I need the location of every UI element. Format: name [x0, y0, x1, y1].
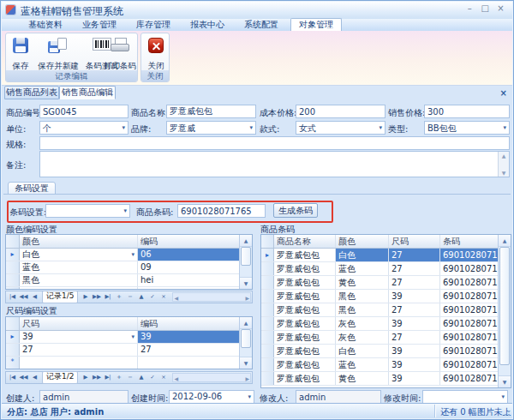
grid-cell[interactable]: hei: [138, 274, 240, 286]
window-close-icon[interactable]: ×: [494, 3, 507, 13]
grid-cell[interactable]: 黄色: [336, 276, 389, 289]
nav-cancel-button[interactable]: ×: [158, 291, 169, 303]
grid-cell[interactable]: 39: [138, 331, 240, 343]
row-selector[interactable]: [6, 344, 20, 356]
grid-cell[interactable]: 黄色: [20, 287, 138, 290]
grid-cell[interactable]: [20, 357, 138, 369]
nav-next_page-button[interactable]: ▶▶: [91, 291, 102, 303]
scroll-right-button[interactable]: ▶: [245, 375, 249, 381]
grid-row[interactable]: 罗意威包包黄色39690102807176...: [261, 372, 499, 386]
dropdown-icon[interactable]: ▾: [131, 334, 134, 340]
unit-combobox[interactable]: 个 ▾: [39, 121, 128, 135]
ribbon-tab-object-manage[interactable]: 对象管理: [290, 18, 342, 31]
product-barcode-grid[interactable]: 商品名称颜色尺码条码▸罗意威包包白色27690102807176...罗意威包包…: [260, 234, 511, 388]
grid-header-cell[interactable]: 商品名称: [274, 235, 336, 248]
grid-cell[interactable]: 灰色: [336, 317, 389, 330]
grid-cell[interactable]: 690102807176...: [440, 276, 499, 289]
grid-header-cell[interactable]: 编码: [138, 317, 240, 330]
row-selector[interactable]: ▸: [6, 331, 20, 343]
nav-remove-button[interactable]: −: [124, 291, 135, 303]
note-scrollbar[interactable]: ▲ ▼: [498, 152, 509, 177]
grid-cell[interactable]: 06: [138, 249, 240, 261]
nav-first-button[interactable]: |◀: [7, 291, 18, 303]
ribbon-tab-business[interactable]: 业务管理: [75, 19, 124, 31]
scrollbar-thumb[interactable]: [241, 329, 251, 348]
size-code-grid[interactable]: 尺码编码▸39▾392727*▲▼: [5, 316, 253, 369]
vertical-scrollbar[interactable]: ▲▼: [498, 235, 511, 387]
grid-cell[interactable]: 蓝色: [336, 262, 389, 275]
chevron-down-icon[interactable]: ▾: [503, 125, 506, 131]
resize-grip-icon[interactable]: [502, 408, 511, 417]
grid-cell[interactable]: 690102807176...: [440, 262, 499, 275]
row-selector[interactable]: [261, 262, 274, 275]
nav-edit-button[interactable]: ▲: [135, 372, 146, 383]
nav-append-button[interactable]: +: [113, 291, 124, 303]
row-selector[interactable]: [261, 276, 274, 289]
grid-row[interactable]: 罗意威包包黑色39690102807176...: [261, 290, 499, 303]
grid-cell[interactable]: 罗意威包包: [274, 317, 336, 330]
grid-row[interactable]: 罗意威包包白色39690102807176...: [261, 345, 499, 358]
generate-barcode-button[interactable]: 生成条码: [273, 203, 318, 218]
grid-cell[interactable]: 罗意威包包: [274, 276, 336, 289]
grid-row[interactable]: 罗意威包包灰色39690102807176...: [261, 317, 499, 331]
row-selector[interactable]: [6, 287, 20, 290]
grid-cell[interactable]: 09: [138, 261, 240, 273]
grid-cell[interactable]: 27: [389, 262, 440, 275]
new-row-selector[interactable]: *: [6, 357, 20, 369]
nav-append-button[interactable]: +: [113, 372, 124, 383]
nav-prev-button[interactable]: ◀: [29, 291, 40, 303]
chevron-down-icon[interactable]: ▾: [122, 125, 125, 131]
modifier-input[interactable]: [296, 390, 381, 404]
grid-cell[interactable]: 灰色: [336, 331, 389, 344]
grid-cell[interactable]: 27: [389, 276, 440, 289]
grid-cell[interactable]: 39▾: [20, 331, 138, 343]
sale-price-input[interactable]: [424, 105, 510, 118]
grid-cell[interactable]: 690102807176...: [440, 303, 499, 316]
nav-edit-button[interactable]: ▲: [135, 291, 146, 303]
minimize-icon[interactable]: –: [463, 3, 476, 13]
nav-next-button[interactable]: ▶: [80, 291, 91, 303]
scroll-left-button[interactable]: ◀: [174, 375, 178, 381]
grid-cell[interactable]: 27: [20, 344, 138, 356]
nav-prev_page-button[interactable]: ◀◀: [18, 291, 29, 303]
grid-row[interactable]: ▸白色▾06: [6, 249, 240, 261]
row-selector[interactable]: [261, 372, 274, 385]
row-selector[interactable]: [261, 317, 274, 330]
ribbon-tab-basic-data[interactable]: 基础资料: [21, 19, 70, 31]
dropdown-icon[interactable]: ▾: [131, 252, 134, 258]
grid-cell[interactable]: 690102807176...: [440, 331, 499, 344]
grid-cell[interactable]: 27: [389, 249, 440, 261]
scrollbar-thumb[interactable]: [499, 247, 510, 365]
grid-header-cell[interactable]: 尺码: [389, 235, 440, 248]
save-button[interactable]: 保存: [8, 36, 33, 72]
grid-cell[interactable]: 罗意威包包: [274, 303, 336, 316]
creator-input[interactable]: [39, 390, 128, 404]
grid-header-cell[interactable]: 颜色: [336, 235, 389, 248]
grid-cell[interactable]: 黄色: [336, 372, 389, 385]
product-name-input[interactable]: [166, 105, 256, 118]
grid-row[interactable]: 罗意威包包蓝色27690102807176...: [261, 262, 499, 276]
cost-price-input[interactable]: [296, 105, 386, 118]
color-code-grid[interactable]: 颜色编码▸白色▾06蓝色09黑色hei黄色12▲▼: [5, 234, 253, 290]
row-selector[interactable]: ▸: [261, 249, 274, 261]
grid-cell[interactable]: 690102807176...: [440, 249, 499, 261]
nav-post-button[interactable]: ✓: [146, 372, 158, 383]
chevron-down-icon[interactable]: ▾: [123, 208, 127, 214]
grid-cell[interactable]: 39: [389, 317, 440, 330]
grid-cell[interactable]: [138, 357, 240, 369]
scroll-down-button[interactable]: ▼: [499, 375, 511, 387]
grid-cell[interactable]: 39: [389, 372, 440, 385]
nav-post-button[interactable]: ✓: [146, 291, 158, 303]
grid-cell[interactable]: 蓝色: [20, 261, 138, 273]
grid-cell[interactable]: 黑色: [20, 274, 138, 286]
type-combobox[interactable]: BB包包 ▾: [424, 121, 510, 135]
grid-cell[interactable]: 690102807176...: [440, 317, 499, 330]
grid-cell[interactable]: 罗意威包包: [274, 372, 336, 385]
scroll-up-button[interactable]: ▲: [240, 317, 252, 329]
vertical-scrollbar[interactable]: ▲▼: [239, 317, 252, 369]
horizontal-scrollbar[interactable]: ◀▶: [172, 373, 251, 382]
grid-cell[interactable]: 罗意威包包: [274, 331, 336, 344]
row-selector[interactable]: [6, 261, 20, 273]
scroll-left-button[interactable]: ◀: [174, 295, 178, 301]
scroll-up-button[interactable]: ▲: [240, 235, 252, 247]
